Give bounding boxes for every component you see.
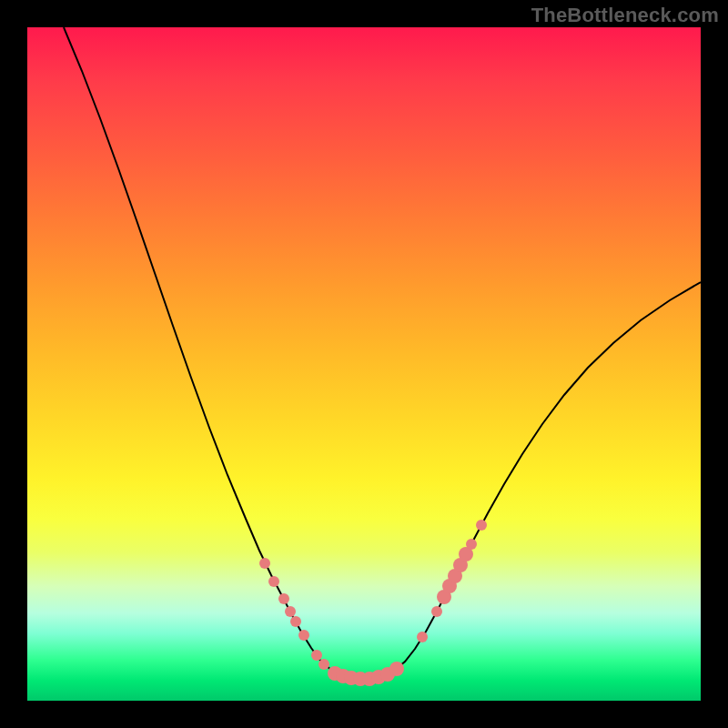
highlight-dot xyxy=(466,539,477,550)
plot-area xyxy=(27,27,701,701)
highlight-dot xyxy=(431,606,442,617)
highlight-dot xyxy=(318,659,329,670)
outer-frame: TheBottleneck.com xyxy=(0,0,728,728)
highlight-dot xyxy=(389,662,404,676)
highlight-dot xyxy=(259,558,270,569)
highlight-dot xyxy=(285,606,296,617)
highlight-dot xyxy=(311,650,322,661)
bottleneck-curve xyxy=(64,27,701,679)
watermark-text: TheBottleneck.com xyxy=(531,4,719,27)
highlight-dot xyxy=(268,576,279,587)
highlight-dot xyxy=(476,520,487,531)
highlight-dot xyxy=(278,593,289,604)
highlight-dot xyxy=(290,616,301,627)
highlight-dot xyxy=(417,632,428,642)
highlight-dots-group xyxy=(259,520,487,686)
chart-svg xyxy=(27,27,701,701)
highlight-dot xyxy=(298,630,309,641)
